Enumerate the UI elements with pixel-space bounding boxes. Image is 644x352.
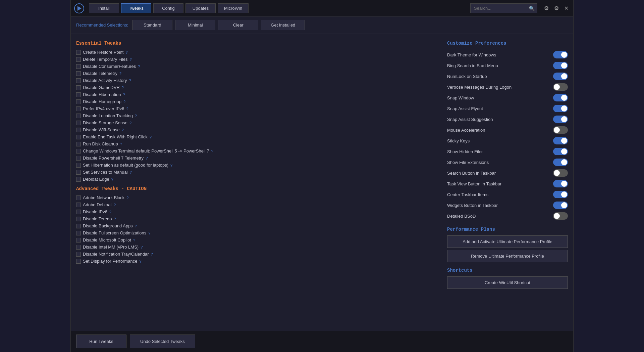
tweak-disable-fullscreen[interactable]: Disable Fullscreen Optimizations ? <box>76 229 437 236</box>
toggle-track-4[interactable] <box>553 94 568 101</box>
tweak-disk-cleanup[interactable]: Run Disk Cleanup ? <box>76 140 437 147</box>
tweak-disable-activity[interactable]: Disable Activity History ? <box>76 77 437 84</box>
toggle-track-14[interactable] <box>553 202 568 209</box>
run-tweaks-button[interactable]: Run Tweaks <box>76 335 126 348</box>
tweak-help-icon[interactable]: ? <box>133 238 135 242</box>
toggle-track-8[interactable] <box>553 137 568 144</box>
tweak-disable-teredo[interactable]: Disable Teredo ? <box>76 215 437 222</box>
toggle-track-15[interactable] <box>553 212 568 220</box>
tweak-delete-temp[interactable]: Delete Temporary Files ? <box>76 56 437 63</box>
tweak-help-icon[interactable]: ? <box>119 72 121 76</box>
toggle-track-10[interactable] <box>553 159 568 166</box>
toggle-3[interactable] <box>553 83 568 91</box>
tweak-checkbox[interactable] <box>76 163 81 168</box>
toggle-track-5[interactable] <box>553 105 568 112</box>
tweak-checkbox[interactable] <box>76 128 81 132</box>
toggle-track-3[interactable] <box>553 83 568 91</box>
tweak-checkbox[interactable] <box>76 114 81 118</box>
toggle-5[interactable] <box>553 105 568 112</box>
toggle-track-6[interactable] <box>553 116 568 123</box>
toggle-track-7[interactable] <box>553 126 568 134</box>
tweak-help-icon[interactable]: ? <box>111 177 113 181</box>
nav-microwin[interactable]: MicroWin <box>218 3 249 13</box>
nav-updates[interactable]: Updates <box>185 3 216 13</box>
tweak-ps7-telemetry[interactable]: Disable Powershell 7 Telemetry ? <box>76 155 437 162</box>
tweak-help-icon[interactable]: ? <box>109 210 111 214</box>
tweak-help-icon[interactable]: ? <box>135 114 137 118</box>
tweak-disable-ipv6[interactable]: Disable IPv6 ? <box>76 208 437 215</box>
tweak-disable-wifi[interactable]: Disable Wifi-Sense ? <box>76 126 437 133</box>
toggle-track-2[interactable] <box>553 73 568 80</box>
toggle-10[interactable] <box>553 159 568 166</box>
tweak-checkbox[interactable] <box>76 252 81 257</box>
rec-standard[interactable]: Standard <box>132 20 172 30</box>
toggle-4[interactable] <box>553 94 568 101</box>
tweak-disable-hibernation[interactable]: Disable Hibernation ? <box>76 91 437 98</box>
tweak-checkbox[interactable] <box>76 203 81 207</box>
tweak-help-icon[interactable]: ? <box>146 156 148 160</box>
tweak-checkbox[interactable] <box>76 106 81 111</box>
tweak-help-icon[interactable]: ? <box>129 57 131 61</box>
tweak-checkbox[interactable] <box>76 99 81 104</box>
tweak-checkbox[interactable] <box>76 64 81 69</box>
remove-ultimate-profile-button[interactable]: Remove Ultimate Performance Profile <box>447 250 568 262</box>
tweak-help-icon[interactable]: ? <box>125 50 127 54</box>
tweak-help-icon[interactable]: ? <box>129 79 131 83</box>
tweak-checkbox[interactable] <box>76 238 81 243</box>
tweak-adobe-network[interactable]: Adobe Network Block ? <box>76 194 437 201</box>
tweak-checkbox[interactable] <box>76 217 81 221</box>
close-button[interactable]: ✕ <box>563 4 570 13</box>
toggle-track-0[interactable] <box>553 51 568 58</box>
undo-tweaks-button[interactable]: Undo Selected Tweaks <box>130 335 195 348</box>
tweak-help-icon[interactable]: ? <box>123 100 125 104</box>
rec-clear[interactable]: Clear <box>218 20 258 30</box>
tweak-help-icon[interactable]: ? <box>126 107 128 111</box>
tweak-help-icon[interactable]: ? <box>114 217 116 221</box>
toggle-7[interactable] <box>553 126 568 134</box>
toggle-track-11[interactable] <box>553 169 568 177</box>
toggle-track-1[interactable] <box>553 62 568 69</box>
tweak-prefer-ipv4[interactable]: Prefer IPv4 over IPv6 ? <box>76 105 437 112</box>
tweak-checkbox[interactable] <box>76 142 81 146</box>
tweak-adobe-debloat[interactable]: Adobe Debloat ? <box>76 201 437 208</box>
settings-button-1[interactable]: ⚙ <box>543 4 550 13</box>
toggle-track-12[interactable] <box>553 180 568 187</box>
toggle-11[interactable] <box>553 169 568 177</box>
tweak-help-icon[interactable]: ? <box>140 259 142 263</box>
tweak-help-icon[interactable]: ? <box>122 86 124 90</box>
toggle-track-13[interactable] <box>553 191 568 198</box>
tweak-checkbox[interactable] <box>76 85 81 90</box>
add-ultimate-profile-button[interactable]: Add and Activate Ultimate Performance Pr… <box>447 235 568 248</box>
tweak-checkbox[interactable] <box>76 149 81 153</box>
toggle-2[interactable] <box>553 73 568 80</box>
toggle-15[interactable] <box>553 212 568 220</box>
tweak-help-icon[interactable]: ? <box>114 203 116 207</box>
tweak-checkbox[interactable] <box>76 224 81 228</box>
toggle-9[interactable] <box>553 148 568 155</box>
tweak-help-icon[interactable]: ? <box>126 196 128 200</box>
nav-tweaks[interactable]: Tweaks <box>121 3 151 13</box>
tweak-checkbox[interactable] <box>76 177 81 182</box>
tweak-help-icon[interactable]: ? <box>150 135 152 139</box>
tweak-checkbox[interactable] <box>76 57 81 62</box>
tweak-help-icon[interactable]: ? <box>138 64 140 69</box>
tweak-end-task[interactable]: Enable End Task With Right Click ? <box>76 133 437 140</box>
tweak-disable-location[interactable]: Disable Location Tracking ? <box>76 112 437 119</box>
tweak-help-icon[interactable]: ? <box>151 252 153 256</box>
tweak-help-icon[interactable]: ? <box>129 121 131 125</box>
search-input[interactable] <box>470 3 537 13</box>
toggle-1[interactable] <box>553 62 568 69</box>
tweak-debloat-edge[interactable]: Debloat Edge ? <box>76 176 437 183</box>
tweak-disable-storage[interactable]: Disable Storage Sense ? <box>76 119 437 126</box>
tweak-hibernation-default[interactable]: Set Hibernation as default (good for lap… <box>76 162 437 169</box>
toggle-12[interactable] <box>553 180 568 187</box>
tweak-checkbox[interactable] <box>76 156 81 161</box>
toggle-8[interactable] <box>553 137 568 144</box>
tweak-services-manual[interactable]: Set Services to Manual ? <box>76 169 437 176</box>
tweak-help-icon[interactable]: ? <box>141 245 143 249</box>
tweak-disable-homegroup[interactable]: Disable Homegroup ? <box>76 98 437 105</box>
rec-get-installed[interactable]: Get Installed <box>261 20 305 30</box>
tweak-disable-copilot[interactable]: Disable Microsoft Copilot ? <box>76 236 437 244</box>
nav-config[interactable]: Config <box>153 3 183 13</box>
tweak-checkbox[interactable] <box>76 195 81 200</box>
